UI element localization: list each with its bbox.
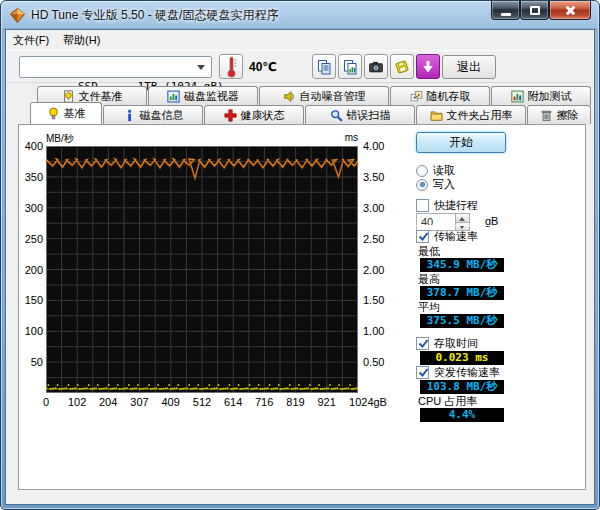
y-right-axis-tick: 1.50 bbox=[363, 294, 397, 306]
title-bar[interactable]: HD Tune 专业版 5.50 - 硬盘/固态硬盘实用程序 bbox=[1, 1, 599, 29]
read-radio[interactable]: 读取 bbox=[416, 163, 455, 178]
menu-item-help[interactable]: 帮助(H) bbox=[56, 30, 107, 48]
y-axis-tick: 150 bbox=[20, 294, 43, 306]
maximize-icon bbox=[530, 6, 540, 15]
save-button[interactable] bbox=[390, 54, 414, 79]
chevron-down-icon bbox=[197, 65, 205, 70]
y-axis-tick: 50 bbox=[20, 356, 43, 368]
benchmark-icon bbox=[47, 107, 60, 120]
hdtune-app-icon bbox=[10, 8, 25, 23]
cpu-usage-label: CPU 占用率 bbox=[418, 394, 477, 409]
x-axis-tick: 512 bbox=[193, 396, 211, 408]
menu-bar: 文件(F)帮助(H) bbox=[6, 30, 594, 50]
access-time-display: 0.023 ms bbox=[420, 351, 504, 365]
x-axis-tick: 921 bbox=[317, 396, 335, 408]
tab-random-access[interactable]: 随机存取 bbox=[390, 86, 490, 105]
tab-folder-usage[interactable]: 文件夹占用率 bbox=[416, 105, 526, 124]
max-value-display: 378.7 MB/秒 bbox=[420, 286, 504, 300]
temperature-value: 40℃ bbox=[249, 60, 277, 74]
y-axis-tick: 400 bbox=[20, 140, 43, 152]
transfer-rate-checkbox[interactable]: 传输速率 bbox=[416, 229, 478, 244]
update-button[interactable] bbox=[416, 54, 440, 79]
maximize-button[interactable] bbox=[520, 1, 549, 20]
close-icon bbox=[565, 5, 576, 16]
burst-rate-checkbox[interactable]: 突发传输速率 bbox=[416, 365, 500, 380]
x-axis-tick: 102 bbox=[68, 396, 86, 408]
stepper-value: 40 bbox=[421, 216, 433, 228]
max-label: 最高 bbox=[418, 272, 440, 287]
minimize-button[interactable] bbox=[491, 1, 520, 20]
tab-health[interactable]: 健康状态 bbox=[204, 105, 304, 124]
camera-button[interactable] bbox=[364, 54, 388, 79]
tab-label: 擦除 bbox=[557, 108, 579, 123]
start-button[interactable]: 开始 bbox=[416, 132, 506, 153]
tab-label: 磁盘监视器 bbox=[184, 89, 239, 104]
toolbar: SSD 1TB (1024 gB) 40℃ 退出 bbox=[6, 50, 594, 83]
temperature-button[interactable] bbox=[219, 54, 243, 79]
tab-erase[interactable]: 擦除 bbox=[527, 105, 591, 124]
copy-text-button[interactable] bbox=[312, 54, 336, 79]
y-right-axis-tick: 3.50 bbox=[363, 171, 397, 183]
file-benchmark-icon bbox=[62, 90, 75, 103]
transfer-rate-label: 传输速率 bbox=[434, 229, 478, 244]
tab-label: 附加测试 bbox=[528, 89, 572, 104]
y-axis-tick: 100 bbox=[20, 325, 43, 337]
y-right-axis-tick: 4.00 bbox=[363, 140, 397, 152]
y-axis-tick: 250 bbox=[20, 233, 43, 245]
y-right-axis-tick: 2.50 bbox=[363, 233, 397, 245]
update-icon bbox=[420, 59, 436, 75]
benchmark-tab-page: MB/秒 ms 400350300250200150100504.003.503… bbox=[18, 124, 586, 490]
window-title: HD Tune 专业版 5.50 - 硬盘/固态硬盘实用程序 bbox=[31, 1, 278, 29]
short-stroke-checkbox[interactable]: 快捷行程 bbox=[416, 198, 478, 213]
exit-button[interactable]: 退出 bbox=[442, 55, 496, 79]
copy-image-button[interactable] bbox=[338, 54, 362, 79]
short-stroke-label: 快捷行程 bbox=[434, 198, 478, 213]
tab-label: 自动噪音管理 bbox=[300, 89, 366, 104]
y-right-axis-tick: 3.00 bbox=[363, 202, 397, 214]
drive-selector[interactable]: SSD 1TB (1024 gB) bbox=[19, 56, 212, 78]
checkbox-checked-icon[interactable] bbox=[416, 230, 429, 243]
y-right-axis-unit: ms bbox=[328, 132, 358, 143]
menu-item-file[interactable]: 文件(F) bbox=[6, 30, 56, 48]
radio-icon[interactable] bbox=[416, 165, 428, 177]
y-axis-tick: 350 bbox=[20, 171, 43, 183]
tab-disk-info[interactable]: 磁盘信息 bbox=[103, 105, 203, 124]
tab-benchmark[interactable]: 基准 bbox=[30, 102, 102, 124]
read-radio-label: 读取 bbox=[433, 163, 455, 178]
error-scan-icon bbox=[330, 109, 343, 122]
health-icon bbox=[224, 109, 237, 122]
tab-label: 文件夹占用率 bbox=[447, 108, 513, 123]
x-axis-end-tick: 1024gB bbox=[349, 396, 387, 408]
folder-usage-icon bbox=[430, 109, 443, 122]
tab-extra-tests[interactable]: 附加测试 bbox=[491, 86, 591, 105]
access-time-checkbox[interactable]: 存取时间 bbox=[416, 336, 478, 351]
cpu-usage-display: 4.4% bbox=[420, 408, 504, 422]
tab-disk-monitor[interactable]: 磁盘监视器 bbox=[148, 86, 258, 105]
tab-aam[interactable]: 自动噪音管理 bbox=[259, 86, 389, 105]
write-radio[interactable]: 写入 bbox=[416, 177, 455, 192]
avg-value-display: 375.5 MB/秒 bbox=[420, 314, 504, 328]
stepper-up-button[interactable] bbox=[455, 214, 469, 222]
checkbox-checked-icon[interactable] bbox=[416, 366, 429, 379]
min-value-display: 345.9 MB/秒 bbox=[420, 258, 504, 272]
checkbox-unchecked-icon[interactable] bbox=[416, 199, 429, 212]
tab-error-scan[interactable]: 错误扫描 bbox=[305, 105, 415, 124]
tab-label: 随机存取 bbox=[427, 89, 471, 104]
radio-selected-icon[interactable] bbox=[416, 179, 428, 191]
y-axis-tick: 300 bbox=[20, 202, 43, 214]
client-area: 文件(F)帮助(H) SSD 1TB (1024 gB) 40℃ 退出 文件基准… bbox=[5, 29, 595, 505]
avg-label: 平均 bbox=[418, 300, 440, 315]
x-axis-tick: 0 bbox=[43, 396, 49, 408]
y-right-axis-tick: 1.00 bbox=[363, 325, 397, 337]
tab-label: 基准 bbox=[64, 106, 86, 121]
checkbox-checked-icon[interactable] bbox=[416, 337, 429, 350]
x-axis-tick: 409 bbox=[161, 396, 179, 408]
disk-info-icon bbox=[123, 109, 136, 122]
y-axis-tick: 200 bbox=[20, 264, 43, 276]
x-axis-tick: 307 bbox=[130, 396, 148, 408]
close-button[interactable] bbox=[549, 1, 591, 20]
burst-rate-label: 突发传输速率 bbox=[434, 365, 500, 380]
burst-rate-display: 103.8 MB/秒 bbox=[420, 380, 504, 394]
min-label: 最低 bbox=[418, 244, 440, 259]
x-axis-tick: 819 bbox=[286, 396, 304, 408]
